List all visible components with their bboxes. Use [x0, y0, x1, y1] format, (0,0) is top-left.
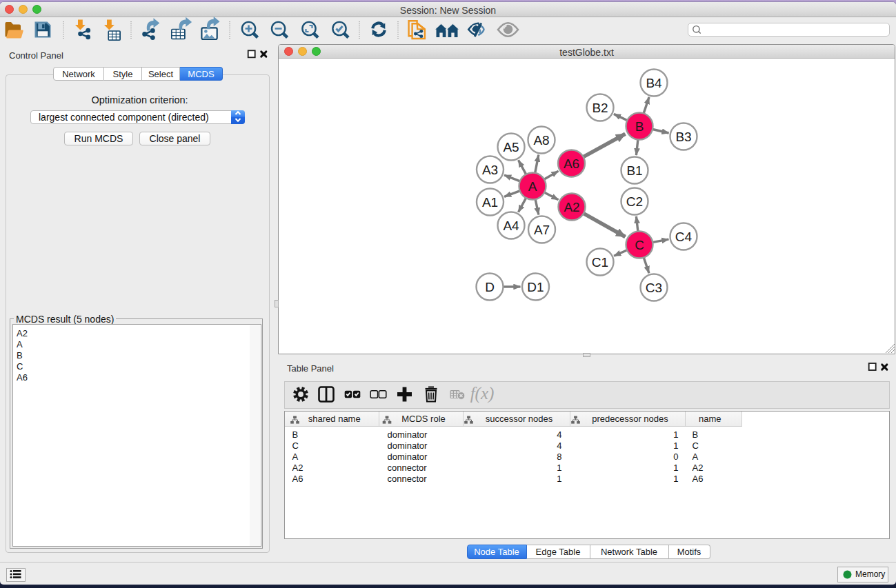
- svg-text:f(x): f(x): [470, 384, 495, 403]
